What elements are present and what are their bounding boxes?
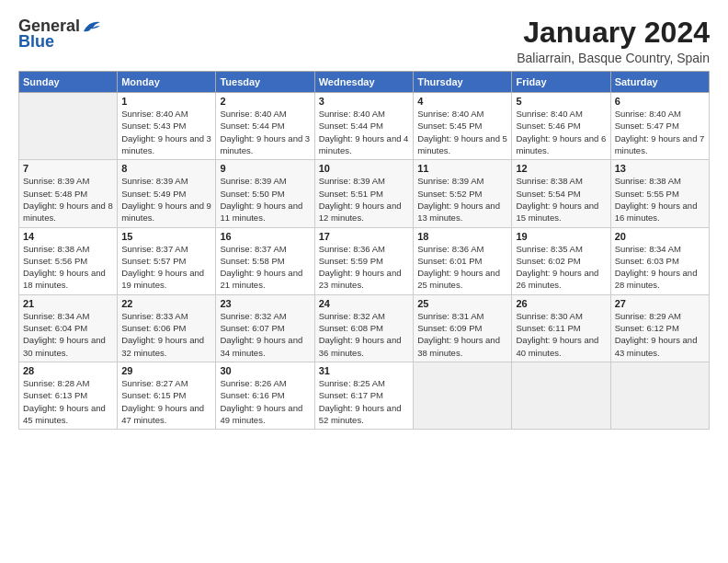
calendar-cell xyxy=(512,362,610,429)
calendar-cell: 21Sunrise: 8:34 AMSunset: 6:04 PMDayligh… xyxy=(19,294,118,362)
day-number: 14 xyxy=(23,231,113,242)
day-number: 8 xyxy=(121,163,211,174)
calendar-cell: 9Sunrise: 8:39 AMSunset: 5:50 PMDaylight… xyxy=(216,160,314,227)
day-info: Sunrise: 8:39 AMSunset: 5:50 PMDaylight:… xyxy=(220,175,310,224)
day-info: Sunrise: 8:34 AMSunset: 6:03 PMDaylight:… xyxy=(615,243,705,292)
calendar-cell: 28Sunrise: 8:28 AMSunset: 6:13 PMDayligh… xyxy=(19,362,118,429)
day-info: Sunrise: 8:32 AMSunset: 6:07 PMDaylight:… xyxy=(220,310,310,359)
calendar-header-monday: Monday xyxy=(118,72,216,93)
day-info: Sunrise: 8:37 AMSunset: 5:57 PMDaylight:… xyxy=(121,243,211,292)
day-info: Sunrise: 8:38 AMSunset: 5:54 PMDaylight:… xyxy=(516,175,606,224)
day-info: Sunrise: 8:26 AMSunset: 6:16 PMDaylight:… xyxy=(220,377,310,426)
calendar-cell: 26Sunrise: 8:30 AMSunset: 6:11 PMDayligh… xyxy=(512,294,610,362)
calendar-cell: 3Sunrise: 8:40 AMSunset: 5:44 PMDaylight… xyxy=(314,93,413,160)
day-number: 11 xyxy=(417,163,507,174)
logo: General Blue xyxy=(18,17,102,52)
day-info: Sunrise: 8:40 AMSunset: 5:46 PMDaylight:… xyxy=(516,108,606,156)
day-number: 29 xyxy=(121,365,211,376)
calendar-cell: 22Sunrise: 8:33 AMSunset: 6:06 PMDayligh… xyxy=(118,294,216,362)
day-number: 18 xyxy=(417,231,507,242)
day-info: Sunrise: 8:30 AMSunset: 6:11 PMDaylight:… xyxy=(516,310,606,359)
calendar-cell xyxy=(414,362,512,429)
calendar-week-4: 21Sunrise: 8:34 AMSunset: 6:04 PMDayligh… xyxy=(19,294,710,362)
day-info: Sunrise: 8:38 AMSunset: 5:56 PMDaylight:… xyxy=(23,243,113,292)
day-number: 5 xyxy=(516,96,606,107)
title-area: January 2024 Baliarrain, Basque Country,… xyxy=(517,17,710,65)
calendar-week-3: 14Sunrise: 8:38 AMSunset: 5:56 PMDayligh… xyxy=(19,227,710,294)
calendar-header-tuesday: Tuesday xyxy=(216,72,314,93)
day-number: 16 xyxy=(220,231,310,242)
main-title: January 2024 xyxy=(517,17,710,49)
day-number: 17 xyxy=(319,231,409,242)
calendar-header-sunday: Sunday xyxy=(19,72,118,93)
day-number: 27 xyxy=(615,298,705,309)
day-info: Sunrise: 8:29 AMSunset: 6:12 PMDaylight:… xyxy=(615,310,705,359)
calendar-header-thursday: Thursday xyxy=(414,72,512,93)
day-number: 22 xyxy=(121,298,211,309)
day-info: Sunrise: 8:34 AMSunset: 6:04 PMDaylight:… xyxy=(23,310,113,359)
calendar-week-2: 7Sunrise: 8:39 AMSunset: 5:48 PMDaylight… xyxy=(19,160,710,227)
calendar-cell: 18Sunrise: 8:36 AMSunset: 6:01 PMDayligh… xyxy=(414,227,512,294)
day-info: Sunrise: 8:36 AMSunset: 5:59 PMDaylight:… xyxy=(319,243,409,292)
day-number: 24 xyxy=(319,298,409,309)
page: General Blue January 2024 Baliarrain, Ba… xyxy=(0,0,728,563)
day-number: 6 xyxy=(615,96,705,107)
calendar-header-friday: Friday xyxy=(512,72,610,93)
calendar-cell: 6Sunrise: 8:40 AMSunset: 5:47 PMDaylight… xyxy=(610,93,709,160)
calendar-cell: 14Sunrise: 8:38 AMSunset: 5:56 PMDayligh… xyxy=(19,227,118,294)
calendar-cell: 29Sunrise: 8:27 AMSunset: 6:15 PMDayligh… xyxy=(118,362,216,429)
day-info: Sunrise: 8:40 AMSunset: 5:45 PMDaylight:… xyxy=(417,108,507,156)
day-number: 26 xyxy=(516,298,606,309)
day-info: Sunrise: 8:40 AMSunset: 5:43 PMDaylight:… xyxy=(121,108,211,156)
calendar-cell: 20Sunrise: 8:34 AMSunset: 6:03 PMDayligh… xyxy=(610,227,709,294)
calendar-cell: 19Sunrise: 8:35 AMSunset: 6:02 PMDayligh… xyxy=(512,227,610,294)
calendar-cell xyxy=(19,93,118,160)
day-info: Sunrise: 8:40 AMSunset: 5:47 PMDaylight:… xyxy=(615,108,705,156)
calendar-cell: 5Sunrise: 8:40 AMSunset: 5:46 PMDaylight… xyxy=(512,93,610,160)
calendar-cell: 11Sunrise: 8:39 AMSunset: 5:52 PMDayligh… xyxy=(414,160,512,227)
day-number: 19 xyxy=(516,231,606,242)
day-number: 12 xyxy=(516,163,606,174)
calendar-cell: 8Sunrise: 8:39 AMSunset: 5:49 PMDaylight… xyxy=(118,160,216,227)
day-info: Sunrise: 8:37 AMSunset: 5:58 PMDaylight:… xyxy=(220,243,310,292)
day-number: 2 xyxy=(220,96,310,107)
day-number: 4 xyxy=(417,96,507,107)
calendar-cell: 17Sunrise: 8:36 AMSunset: 5:59 PMDayligh… xyxy=(314,227,413,294)
calendar-week-5: 28Sunrise: 8:28 AMSunset: 6:13 PMDayligh… xyxy=(19,362,710,429)
day-info: Sunrise: 8:39 AMSunset: 5:51 PMDaylight:… xyxy=(319,175,409,224)
day-number: 10 xyxy=(319,163,409,174)
calendar-cell xyxy=(610,362,709,429)
day-info: Sunrise: 8:27 AMSunset: 6:15 PMDaylight:… xyxy=(121,377,211,426)
calendar-cell: 2Sunrise: 8:40 AMSunset: 5:44 PMDaylight… xyxy=(216,93,314,160)
calendar-cell: 27Sunrise: 8:29 AMSunset: 6:12 PMDayligh… xyxy=(610,294,709,362)
calendar-cell: 23Sunrise: 8:32 AMSunset: 6:07 PMDayligh… xyxy=(216,294,314,362)
calendar-cell: 25Sunrise: 8:31 AMSunset: 6:09 PMDayligh… xyxy=(414,294,512,362)
day-number: 7 xyxy=(23,163,113,174)
day-number: 31 xyxy=(319,365,409,376)
day-info: Sunrise: 8:39 AMSunset: 5:48 PMDaylight:… xyxy=(23,175,113,224)
calendar-cell: 31Sunrise: 8:25 AMSunset: 6:17 PMDayligh… xyxy=(314,362,413,429)
calendar-header-wednesday: Wednesday xyxy=(314,72,413,93)
day-number: 21 xyxy=(23,298,113,309)
logo-bird-icon xyxy=(82,18,102,35)
calendar-cell: 1Sunrise: 8:40 AMSunset: 5:43 PMDaylight… xyxy=(118,93,216,160)
day-info: Sunrise: 8:28 AMSunset: 6:13 PMDaylight:… xyxy=(23,377,113,426)
day-number: 1 xyxy=(121,96,211,107)
calendar-cell: 15Sunrise: 8:37 AMSunset: 5:57 PMDayligh… xyxy=(118,227,216,294)
calendar-cell: 16Sunrise: 8:37 AMSunset: 5:58 PMDayligh… xyxy=(216,227,314,294)
calendar-cell: 24Sunrise: 8:32 AMSunset: 6:08 PMDayligh… xyxy=(314,294,413,362)
calendar-table: SundayMondayTuesdayWednesdayThursdayFrid… xyxy=(18,71,710,430)
day-number: 15 xyxy=(121,231,211,242)
calendar-cell: 10Sunrise: 8:39 AMSunset: 5:51 PMDayligh… xyxy=(314,160,413,227)
day-info: Sunrise: 8:40 AMSunset: 5:44 PMDaylight:… xyxy=(220,108,310,156)
day-info: Sunrise: 8:36 AMSunset: 6:01 PMDaylight:… xyxy=(417,243,507,292)
day-number: 25 xyxy=(417,298,507,309)
calendar-cell: 7Sunrise: 8:39 AMSunset: 5:48 PMDaylight… xyxy=(19,160,118,227)
day-info: Sunrise: 8:40 AMSunset: 5:44 PMDaylight:… xyxy=(319,108,409,156)
calendar-header-row: SundayMondayTuesdayWednesdayThursdayFrid… xyxy=(19,72,710,93)
calendar-cell: 13Sunrise: 8:38 AMSunset: 5:55 PMDayligh… xyxy=(610,160,709,227)
day-info: Sunrise: 8:31 AMSunset: 6:09 PMDaylight:… xyxy=(417,310,507,359)
day-number: 23 xyxy=(220,298,310,309)
day-number: 3 xyxy=(319,96,409,107)
calendar-week-1: 1Sunrise: 8:40 AMSunset: 5:43 PMDaylight… xyxy=(19,93,710,160)
